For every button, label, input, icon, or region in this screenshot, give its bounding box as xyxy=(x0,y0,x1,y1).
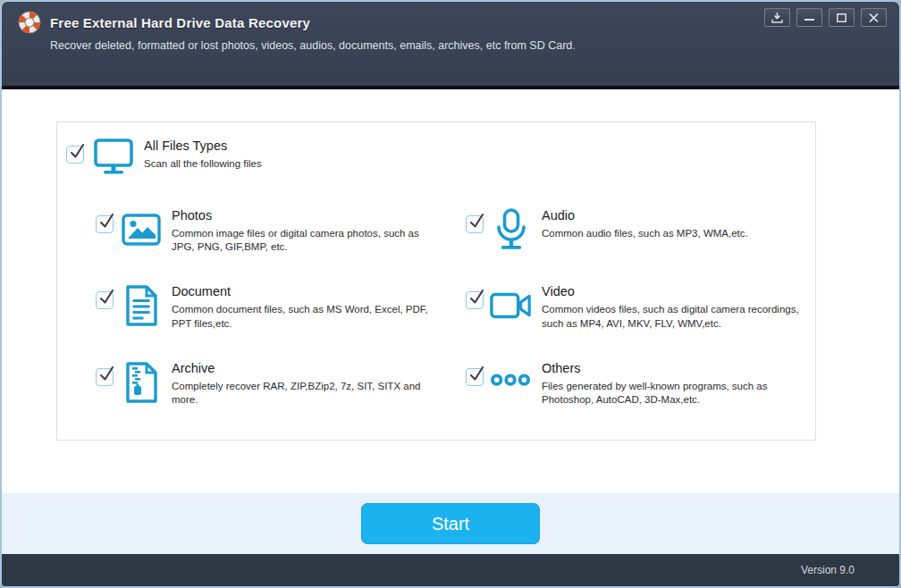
document-title: Document xyxy=(172,284,436,298)
start-button[interactable]: Start xyxy=(361,503,540,544)
file-types-panel: All Files Types Scan all the following f… xyxy=(56,122,816,441)
file-type-all: All Files Types Scan all the following f… xyxy=(66,135,806,178)
audio-title: Audio xyxy=(542,208,748,223)
audio-description: Common audio files, such as MP3, WMA,etc… xyxy=(542,227,748,240)
maximize-icon xyxy=(837,13,846,22)
video-camera-icon xyxy=(490,284,533,327)
file-type-video: Video Common videos files, such as digit… xyxy=(436,284,806,330)
photos-checkbox[interactable] xyxy=(96,215,114,233)
file-type-archive: Archive Completely recover RAR, ZIP,BZip… xyxy=(66,361,436,407)
titlebar: Free External Hard Drive Data Recovery R… xyxy=(2,2,899,86)
start-strip: Start xyxy=(2,493,899,554)
video-checkbox[interactable] xyxy=(466,291,484,309)
photos-title: Photos xyxy=(172,208,436,223)
archive-checkbox[interactable] xyxy=(96,368,114,386)
document-icon xyxy=(120,284,163,327)
monitor-icon xyxy=(92,135,135,178)
others-description: Files generated by well-known programs, … xyxy=(542,380,806,407)
others-title: Others xyxy=(542,361,806,375)
file-type-audio: Audio Common audio files, such as MP3, W… xyxy=(436,208,806,254)
archive-title: Archive xyxy=(172,361,436,375)
download-icon xyxy=(771,13,783,23)
file-types-grid: Photos Common image files or digital cam… xyxy=(66,208,806,407)
close-icon xyxy=(869,13,879,22)
window-controls xyxy=(764,8,887,27)
photos-description: Common image files or digital camera pho… xyxy=(172,227,436,254)
video-description: Common videos files, such as digital cam… xyxy=(542,303,806,330)
document-checkbox[interactable] xyxy=(96,291,114,309)
app-logo-lifebuoy-icon xyxy=(18,11,41,34)
footer-bar: Version 9.0 xyxy=(2,554,899,586)
file-type-photos: Photos Common image files or digital cam… xyxy=(66,208,436,254)
image-icon xyxy=(120,208,163,251)
archive-zip-icon xyxy=(120,361,163,404)
minimize-button[interactable] xyxy=(796,8,822,27)
microphone-icon xyxy=(490,208,533,251)
download-button[interactable] xyxy=(764,8,790,27)
audio-checkbox[interactable] xyxy=(466,215,484,233)
maximize-button[interactable] xyxy=(829,8,855,27)
video-title: Video xyxy=(542,284,806,298)
all-files-checkbox[interactable] xyxy=(66,146,84,164)
file-type-others: Others Files generated by well-known pro… xyxy=(436,361,806,407)
app-window: Free External Hard Drive Data Recovery R… xyxy=(0,0,901,588)
all-files-description: Scan all the following files xyxy=(144,157,262,171)
others-checkbox[interactable] xyxy=(466,368,484,386)
main-content: All Files Types Scan all the following f… xyxy=(2,89,899,493)
version-label: Version 9.0 xyxy=(801,564,855,576)
document-description: Common document files, such as MS Word, … xyxy=(172,303,436,330)
minimize-icon xyxy=(804,13,814,22)
others-dots-icon xyxy=(490,361,533,404)
close-button[interactable] xyxy=(861,8,887,27)
app-subtitle: Recover deleted, formatted or lost photo… xyxy=(50,39,885,52)
archive-description: Completely recover RAR, ZIP,BZip2, 7z, S… xyxy=(172,380,436,407)
all-files-title: All Files Types xyxy=(144,139,262,153)
app-title: Free External Hard Drive Data Recovery xyxy=(50,15,310,30)
file-type-document: Document Common document files, such as … xyxy=(66,284,436,330)
